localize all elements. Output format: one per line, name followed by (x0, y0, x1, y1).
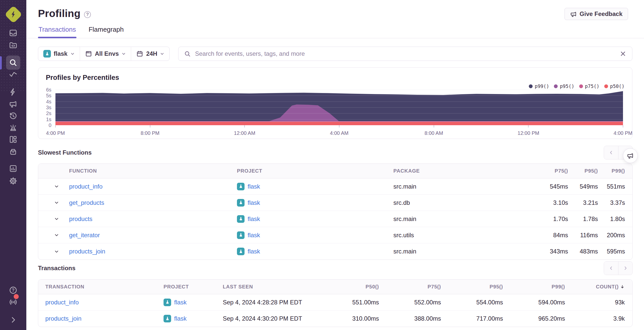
sidebar-item-releases[interactable] (6, 144, 20, 158)
project-link[interactable]: flask (248, 248, 260, 255)
project-filter[interactable]: flask (38, 47, 80, 61)
col-p99[interactable]: P99() (503, 284, 565, 290)
project-link[interactable]: flask (174, 299, 187, 306)
function-link[interactable]: products (69, 215, 237, 223)
p99-value: 551ms (598, 183, 625, 190)
calendar-icon (136, 50, 143, 57)
search-icon (9, 58, 17, 67)
flask-project-icon (164, 315, 171, 322)
project-cell[interactable]: flask (237, 248, 393, 255)
project-link[interactable]: flask (248, 215, 260, 223)
p99-value: 595ms (598, 248, 625, 255)
project-cell[interactable]: flask (164, 299, 223, 306)
project-link[interactable]: flask (174, 315, 187, 322)
col-p95[interactable]: P95() (568, 168, 598, 174)
x-tick-mark (339, 125, 339, 127)
flask-project-icon (43, 50, 51, 58)
sidebar-item-settings[interactable] (6, 174, 20, 188)
package-cell: src.main (393, 215, 535, 223)
expand-row-button[interactable] (38, 249, 69, 254)
p95-value: 549ms (568, 183, 598, 190)
sidebar-collapse-toggle[interactable] (6, 313, 20, 327)
legend-item[interactable]: p95() (554, 83, 574, 89)
y-tick-label: 3s (38, 105, 51, 110)
p75-value: 343ms (535, 248, 568, 255)
y-tick-label: 0 (38, 122, 51, 128)
project-cell[interactable]: flask (237, 199, 393, 207)
expand-row-button[interactable] (38, 216, 69, 222)
sidebar-item-metrics[interactable] (6, 67, 20, 82)
y-tick-label: 2s (38, 111, 51, 116)
expand-row-button[interactable] (38, 184, 69, 189)
chevron-left-icon (608, 150, 614, 155)
tab-transactions[interactable]: Transactions (38, 26, 76, 38)
sidebar-item-projects[interactable] (6, 38, 20, 52)
col-project: PROJECT (237, 168, 393, 174)
chevron-down-icon (54, 200, 59, 206)
project-link[interactable]: flask (248, 183, 260, 190)
transaction-link[interactable]: product_info (45, 299, 164, 306)
chevron-right-icon (623, 265, 628, 271)
table-header: FUNCTION PROJECT PACKAGE P75() P95() P99… (38, 164, 632, 178)
floating-feedback-button[interactable] (623, 148, 638, 163)
flask-project-icon (237, 231, 245, 239)
project-cell[interactable]: flask (237, 231, 393, 239)
col-p95[interactable]: P95() (441, 284, 503, 290)
function-link[interactable]: products_join (69, 248, 237, 255)
col-p99[interactable]: P99() (598, 168, 625, 174)
next-page-button[interactable] (618, 262, 632, 275)
col-count-label: COUNT() (596, 284, 619, 290)
chevron-down-icon (54, 249, 59, 254)
legend-item[interactable]: p50() (604, 83, 625, 89)
x-tick-mark (150, 125, 150, 127)
page-help-icon[interactable]: ? (84, 11, 91, 18)
col-p75[interactable]: P75() (535, 168, 568, 174)
page-filter-group: flask All Envs 24H (38, 47, 170, 61)
broadcast-icon (9, 298, 17, 306)
table-row: get_products flask src.db 3.10s 3.21s 3.… (38, 195, 632, 211)
function-link[interactable]: get_iterator (69, 232, 237, 239)
p95-value: 717.00ms (441, 315, 503, 322)
chart-x-axis: 4:00 PM8:00 PM12:00 AM4:00 AM8:00 AM12:0… (55, 130, 623, 137)
function-link[interactable]: product_info (69, 183, 237, 190)
prev-page-button[interactable] (604, 262, 618, 275)
project-cell[interactable]: flask (164, 315, 223, 322)
clear-search-icon[interactable] (619, 50, 627, 57)
function-link[interactable]: get_products (69, 199, 237, 206)
project-link[interactable]: flask (248, 199, 260, 206)
project-cell[interactable]: flask (237, 183, 393, 190)
col-p75[interactable]: P75() (379, 284, 441, 290)
transaction-link[interactable]: products_join (45, 315, 164, 322)
chart-y-axis: 6s5s4s3s2s1s0 (38, 90, 53, 125)
chevron-down-icon (160, 52, 164, 56)
x-tick-label: 4:00 PM (614, 130, 632, 136)
col-p50[interactable]: P50() (317, 284, 379, 290)
project-link[interactable]: flask (248, 232, 260, 239)
tab-flamegraph[interactable]: Flamegraph (88, 26, 124, 38)
chart-legend: p99() p95() p75() p50() (529, 83, 625, 89)
col-last-seen: LAST SEEN (223, 284, 317, 290)
page-title: Profiling (38, 8, 80, 20)
table-row: products_join flask src.main 343ms 483ms… (38, 243, 632, 260)
give-feedback-button[interactable]: Give Feedback (565, 8, 628, 20)
expand-row-button[interactable] (38, 232, 69, 238)
package-cell: src.utils (393, 232, 535, 239)
sidebar-item-whats-new[interactable] (6, 295, 20, 309)
sidebar-item-stats[interactable] (6, 161, 20, 176)
project-cell[interactable]: flask (237, 215, 393, 223)
flask-project-icon (237, 248, 245, 255)
prev-page-button[interactable] (604, 146, 618, 159)
search-input[interactable] (195, 50, 615, 57)
sentry-logo[interactable] (5, 6, 23, 24)
p75-value: 552.00ms (379, 299, 441, 306)
percentiles-chart (55, 90, 623, 125)
date-range-filter[interactable]: 24H (131, 47, 169, 61)
legend-item[interactable]: p99() (529, 83, 549, 89)
col-count-sorted[interactable]: COUNT() (565, 284, 625, 290)
p95-value: 554.00ms (441, 299, 503, 306)
col-function: FUNCTION (69, 168, 237, 174)
environment-filter[interactable]: All Envs (80, 47, 131, 61)
expand-row-button[interactable] (38, 200, 69, 206)
legend-item[interactable]: p75() (579, 83, 599, 89)
dashboard-layout-icon (9, 135, 17, 144)
